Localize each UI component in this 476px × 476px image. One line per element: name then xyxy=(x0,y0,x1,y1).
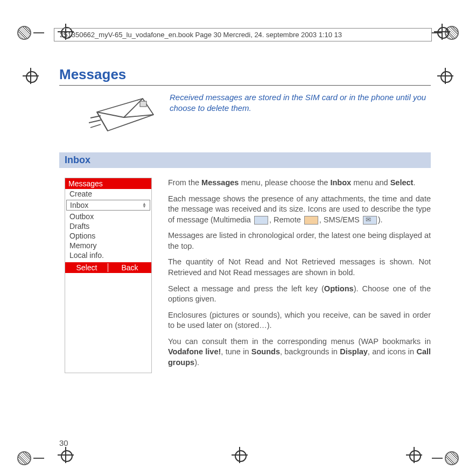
crosshair-bottom-right xyxy=(406,447,422,463)
menu-selected-item: Inbox ▲▼ xyxy=(66,200,150,211)
reg-mark-bottom-left xyxy=(17,451,44,465)
svg-line-1 xyxy=(89,120,101,123)
page-number: 30 xyxy=(59,438,68,447)
page-title: Messages xyxy=(59,66,431,83)
mms-icon xyxy=(254,216,268,225)
spinner-icon: ▲▼ xyxy=(142,202,146,208)
crosshair-bottom-center xyxy=(232,447,248,463)
sms-icon xyxy=(363,216,377,225)
book-info-text: 251350662_myV-65_lu_vodafone_en.book Pag… xyxy=(60,31,342,39)
title-rule xyxy=(59,85,431,86)
softkey-back[interactable]: Back xyxy=(108,262,151,273)
body-text: From the Messages menu, please choose th… xyxy=(168,178,431,373)
remote-icon xyxy=(304,216,318,225)
reg-mark-top-left xyxy=(17,26,44,40)
svg-line-2 xyxy=(90,124,101,128)
crosshair-top-right xyxy=(434,24,450,40)
crosshair-mid-left xyxy=(23,68,39,84)
book-info-frame: 251350662_myV-65_lu_vodafone_en.book Pag… xyxy=(54,28,432,41)
intro-text: Received messages are stored in the SIM … xyxy=(170,92,431,136)
crosshair-mid-right xyxy=(437,68,453,84)
section-heading: Inbox xyxy=(59,152,431,168)
svg-rect-3 xyxy=(140,101,146,107)
phone-menu-screenshot: Messages Create Inbox ▲▼ Outbox Drafts O… xyxy=(65,178,152,373)
reg-mark-bottom-right xyxy=(432,451,459,465)
menu-item: Outbox xyxy=(65,212,151,221)
menu-item: Drafts xyxy=(65,221,151,231)
menu-item-create: Create xyxy=(65,189,151,199)
menu-item: Options xyxy=(65,231,151,241)
softkey-select[interactable]: Select xyxy=(65,262,108,273)
menu-title: Messages xyxy=(65,178,151,189)
menu-item: Memory xyxy=(65,241,151,250)
envelope-illustration xyxy=(89,93,159,136)
crosshair-bottom-left xyxy=(58,447,74,463)
menu-item: Local info. xyxy=(65,250,151,260)
